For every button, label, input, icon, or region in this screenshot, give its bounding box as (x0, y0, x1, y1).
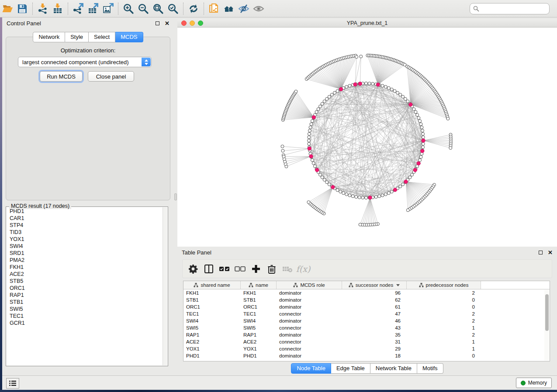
table-row[interactable]: SWI4SWI4dominator462 (183, 317, 550, 324)
mcds-result-item[interactable]: FKH1 (10, 264, 162, 271)
zoom-selected-icon[interactable] (166, 2, 180, 16)
deselect-all-icon[interactable] (233, 262, 247, 276)
search-field[interactable] (470, 3, 550, 14)
column-header-successor-nodes[interactable]: successor nodes (342, 281, 407, 289)
toolbar-separator (204, 3, 204, 15)
mcds-result-item[interactable]: TID3 (10, 229, 162, 236)
mcds-list-scrollbar[interactable] (163, 207, 167, 365)
export-image-icon[interactable] (100, 2, 115, 16)
show-all-houses-icon[interactable] (221, 2, 236, 16)
import-table-icon[interactable] (50, 2, 65, 16)
open-file-icon[interactable] (0, 2, 15, 16)
vertical-splitter[interactable] (174, 17, 177, 375)
mcds-result-list[interactable]: PHD1CAR1STP4TID3YOX1SWI4SRD1PMA2FKH1ACE2… (8, 208, 162, 365)
mcds-result-item[interactable]: STB5 (10, 278, 162, 285)
mcds-result-item[interactable]: CAR1 (10, 215, 162, 222)
close-panel-button[interactable]: Close panel (88, 71, 134, 82)
cell-predecessor-nodes: 0 (407, 297, 481, 303)
task-history-button[interactable] (6, 378, 19, 389)
column-label: predecessor nodes (426, 282, 469, 288)
tab-motifs[interactable]: Motifs (417, 363, 443, 374)
table-row[interactable]: RAP1RAP1dominator352 (183, 331, 550, 338)
close-panel-icon[interactable]: ✕ (165, 21, 170, 26)
table-row[interactable]: STB1STB1dominator620 (183, 296, 550, 303)
tab-network[interactable]: Network (33, 32, 65, 42)
tab-edge-table[interactable]: Edge Table (331, 363, 370, 374)
toolbar-separator (118, 3, 118, 15)
table-settings-gear-icon[interactable] (186, 262, 200, 276)
table-row[interactable]: SWI5SWI5connector431 (183, 324, 550, 331)
column-header-shared-name[interactable]: shared name (183, 281, 241, 289)
float-panel-icon[interactable] (156, 21, 159, 25)
table-toolbar: f(x) (182, 259, 552, 278)
search-input[interactable] (470, 3, 550, 14)
zoom-fit-icon[interactable] (151, 2, 166, 16)
mcds-result-item[interactable]: RAP1 (10, 292, 162, 299)
mcds-result-item[interactable]: PMA2 (10, 257, 162, 264)
cell-MCDS-role: connector (277, 311, 342, 316)
mcds-result-item[interactable]: STP4 (10, 222, 162, 229)
cell-name: SWI5 (241, 325, 277, 330)
mcds-result-item[interactable]: SRD1 (10, 250, 162, 257)
column-header-MCDS-role[interactable]: MCDS role (277, 281, 342, 289)
table-panel-title: Table Panel (182, 249, 211, 256)
table-row[interactable]: TEC1TEC1connector472 (183, 310, 550, 317)
save-session-icon[interactable] (15, 2, 30, 16)
tab-node-table[interactable]: Node Table (291, 363, 331, 374)
memory-button[interactable]: Memory (516, 378, 552, 388)
column-header-name[interactable]: name (241, 281, 277, 289)
mcds-result-item[interactable]: ACE2 (10, 271, 162, 278)
network-canvas[interactable] (177, 28, 557, 247)
close-panel-icon[interactable]: ✕ (548, 250, 553, 255)
zoom-out-icon[interactable] (136, 2, 151, 16)
cell-name: YOX1 (241, 346, 277, 351)
export-network-icon[interactable] (71, 2, 86, 16)
column-type-icon (349, 283, 353, 288)
table-row[interactable]: ACE2ACE2connector311 (183, 338, 550, 345)
column-chooser-icon[interactable] (202, 262, 216, 276)
mcds-result-item[interactable]: TEC1 (10, 313, 162, 320)
table-scrollbar[interactable] (544, 290, 549, 361)
tab-network-table[interactable]: Network Table (370, 363, 417, 374)
column-label: successor nodes (356, 282, 393, 288)
main-toolbar (0, 0, 557, 17)
select-all-icon[interactable] (218, 262, 232, 276)
mcds-result-item[interactable]: YOX1 (10, 236, 162, 243)
tab-style[interactable]: Style (65, 32, 89, 42)
splitter-grip[interactable] (174, 193, 177, 200)
mcds-result-item[interactable]: GCR1 (10, 320, 162, 327)
mcds-result-item[interactable]: STB1 (10, 299, 162, 306)
export-table-icon[interactable] (86, 2, 100, 16)
clone-network-icon[interactable] (207, 2, 221, 16)
sort-descending-icon (396, 284, 400, 286)
cell-successor-nodes: 35 (342, 332, 407, 337)
mcds-result-item[interactable]: SWI5 (10, 306, 162, 313)
table-scrollbar-thumb[interactable] (545, 294, 549, 331)
tab-mcds[interactable]: MCDS (115, 32, 143, 42)
float-panel-icon[interactable] (539, 251, 543, 254)
delete-column-trash-icon[interactable] (265, 262, 279, 276)
import-network-icon[interactable] (35, 2, 50, 16)
hide-selected-eye-slash-icon[interactable] (236, 2, 251, 16)
column-label: shared name (201, 282, 230, 288)
table-row[interactable]: PHD1PHD1dominator180 (183, 352, 550, 359)
cell-predecessor-nodes: 2 (407, 332, 481, 337)
run-mcds-button[interactable]: Run MCDS (40, 71, 83, 82)
tab-select[interactable]: Select (89, 32, 115, 42)
network-titlebar[interactable]: YPA_prune.txt_1 (177, 19, 557, 28)
mcds-result-item[interactable]: ORC1 (10, 285, 162, 292)
cell-shared-name: SWI4 (183, 318, 241, 323)
mcds-result-item[interactable]: SWI4 (10, 243, 162, 250)
criterion-dropdown[interactable]: largest connected component (undirected) (18, 57, 152, 67)
apply-layout-icon[interactable] (186, 2, 201, 16)
table-row[interactable]: ORC1ORC1dominator610 (183, 303, 550, 310)
zoom-in-icon[interactable] (121, 2, 136, 16)
status-bar: Memory (2, 375, 557, 390)
table-row[interactable]: FKH1FKH1dominator962 (183, 289, 550, 296)
node-table[interactable]: shared namenameMCDS rolesuccessor nodesp… (183, 281, 550, 361)
cell-shared-name: RAP1 (183, 332, 241, 337)
add-column-icon[interactable] (249, 262, 263, 276)
column-header-predecessor-nodes[interactable]: predecessor nodes (407, 281, 481, 289)
table-row[interactable]: YOX1YOX1connector291 (183, 345, 550, 352)
network-graph[interactable] (177, 28, 557, 247)
